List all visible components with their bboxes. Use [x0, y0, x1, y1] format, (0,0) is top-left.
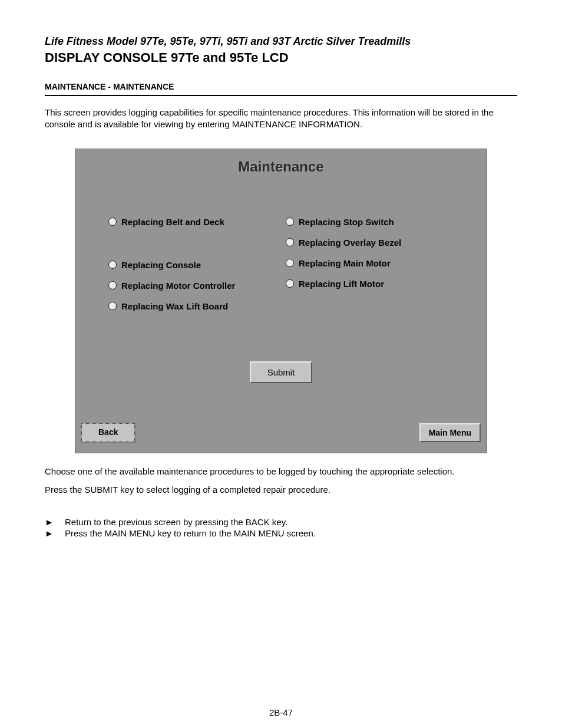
radio-icon — [286, 259, 294, 267]
options-left-column: Replacing Belt and Deck Replacing Consol… — [108, 217, 286, 322]
back-button[interactable]: Back — [81, 423, 135, 442]
option-label: Replacing Wax Lift Board — [121, 301, 228, 311]
instruction-line-2: Press the SUBMIT key to select logging o… — [45, 485, 517, 495]
option-replacing-main-motor[interactable]: Replacing Main Motor — [286, 258, 463, 268]
section-label: MAINTENANCE - MAINTENANCE — [45, 82, 517, 96]
radio-icon — [108, 218, 117, 226]
radio-icon — [108, 261, 117, 269]
option-replacing-stop-switch[interactable]: Replacing Stop Switch — [286, 217, 463, 227]
spacer — [108, 238, 286, 260]
bullet-text: Press the MAIN MENU key to return to the… — [65, 528, 316, 538]
bottom-button-row: Back Main Menu — [81, 423, 481, 442]
bullet-back: ► Return to the previous screen by press… — [45, 517, 517, 527]
main-menu-button[interactable]: Main Menu — [419, 423, 481, 442]
instruction-line-1: Choose one of the available maintenance … — [45, 466, 517, 476]
options-right-column: Replacing Stop Switch Replacing Overlay … — [286, 217, 463, 322]
bullet-text: Return to the previous screen by pressin… — [65, 517, 287, 527]
option-label: Replacing Belt and Deck — [121, 217, 224, 227]
page-number: 2B-47 — [0, 707, 562, 717]
options-area: Replacing Belt and Deck Replacing Consol… — [108, 217, 463, 322]
option-label: Replacing Overlay Bezel — [299, 238, 401, 248]
option-label: Replacing Main Motor — [299, 258, 391, 268]
option-replacing-lift-motor[interactable]: Replacing Lift Motor — [286, 279, 463, 289]
option-label: Replacing Motor Controller — [121, 281, 235, 291]
option-label: Replacing Lift Motor — [299, 279, 384, 289]
model-line: Life Fitness Model 97Te, 95Te, 97Ti, 95T… — [45, 35, 517, 48]
bullet-block: ► Return to the previous screen by press… — [45, 517, 517, 538]
submit-wrap: Submit — [75, 361, 487, 383]
arrow-icon: ► — [45, 517, 65, 527]
radio-icon — [286, 218, 294, 226]
arrow-icon: ► — [45, 528, 65, 538]
option-replacing-belt-deck[interactable]: Replacing Belt and Deck — [108, 217, 286, 227]
option-replacing-wax-lift-board[interactable]: Replacing Wax Lift Board — [108, 301, 286, 311]
option-replacing-console[interactable]: Replacing Console — [108, 260, 286, 270]
maintenance-screen: Maintenance Replacing Belt and Deck Repl… — [75, 149, 487, 453]
screen-title: Maintenance — [75, 149, 487, 175]
option-label: Replacing Console — [121, 260, 201, 270]
bullet-mainmenu: ► Press the MAIN MENU key to return to t… — [45, 528, 517, 538]
page-title: DISPLAY CONSOLE 97Te and 95Te LCD — [45, 50, 517, 65]
option-label: Replacing Stop Switch — [299, 217, 394, 227]
radio-icon — [108, 281, 117, 289]
submit-button[interactable]: Submit — [250, 361, 313, 383]
radio-icon — [108, 302, 117, 310]
option-replacing-motor-controller[interactable]: Replacing Motor Controller — [108, 281, 286, 291]
intro-paragraph: This screen provides logging capabilitie… — [45, 107, 517, 131]
option-replacing-overlay-bezel[interactable]: Replacing Overlay Bezel — [286, 238, 463, 248]
radio-icon — [286, 238, 294, 246]
radio-icon — [286, 279, 294, 288]
